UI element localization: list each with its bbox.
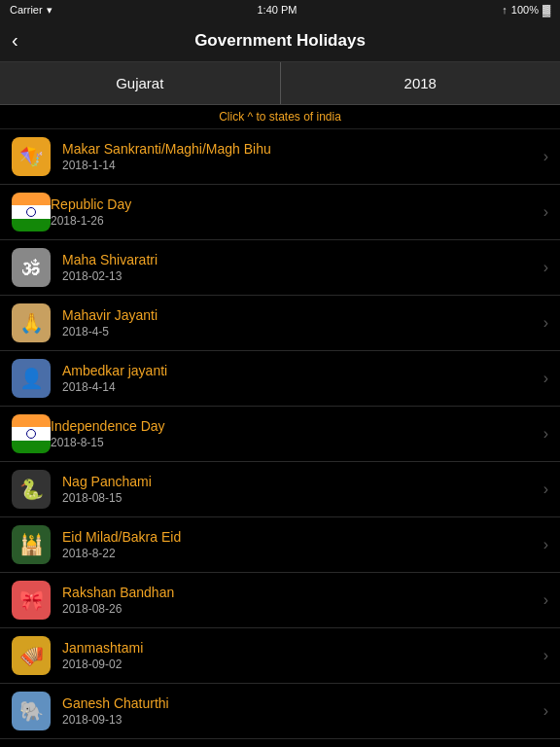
holiday-info: Mahavir Jayanti 2018-4-5 (62, 307, 536, 338)
holiday-info: Rakshan Bandhan 2018-08-26 (62, 585, 536, 616)
tab-year[interactable]: 2018 (281, 62, 561, 104)
holiday-date: 2018-8-15 (51, 436, 536, 449)
nav-bar: ‹ Government Holidays (0, 19, 560, 62)
ambedkar-icon: 👤 (12, 359, 51, 398)
chevron-right-icon: › (543, 370, 548, 387)
holiday-info: Ambedkar jayanti 2018-4-14 (62, 363, 536, 394)
list-item[interactable]: 🎀 Rakshan Bandhan 2018-08-26 › (0, 573, 560, 628)
holiday-name: Ganesh Chaturthi (62, 695, 536, 711)
holiday-date: 2018-08-15 (62, 491, 536, 505)
list-item[interactable]: ☪ Muharram 2018-9-20 › (0, 739, 560, 744)
holiday-name: Independence Day (51, 418, 536, 434)
holiday-date: 2018-09-13 (62, 713, 536, 727)
holiday-date: 2018-02-13 (62, 269, 536, 283)
mahavir-icon: 🙏 (12, 303, 51, 342)
eid-icon: 🕌 (12, 525, 51, 564)
flag-icon (12, 414, 51, 453)
holiday-date: 2018-1-26 (51, 214, 536, 228)
tab-bar: Gujarat 2018 (0, 62, 560, 105)
status-bar: Carrier ▾ 1:40 PM ↑ 100% ▓ (0, 0, 560, 19)
holiday-name: Nag Panchami (62, 474, 536, 489)
holiday-date: 2018-4-14 (62, 380, 536, 394)
makar-icon: 🪁 (12, 137, 51, 176)
holiday-name: Janmashtami (62, 640, 536, 656)
holiday-name: Mahavir Jayanti (62, 307, 536, 323)
holiday-info: Independence Day 2018-8-15 (51, 418, 536, 449)
chevron-right-icon: › (543, 259, 548, 276)
holiday-list: 🪁 Makar Sankranti/Maghi/Magh Bihu 2018-1… (0, 129, 560, 744)
holiday-date: 2018-08-26 (62, 602, 536, 616)
holiday-name: Republic Day (51, 196, 536, 212)
nag-icon: 🐍 (12, 470, 51, 509)
holiday-name: Eid Milad/Bakra Eid (62, 529, 536, 545)
chevron-right-icon: › (543, 647, 548, 664)
holiday-name: Ambedkar jayanti (62, 363, 536, 378)
wifi-icon: ▾ (47, 4, 52, 17)
page-title: Government Holidays (194, 31, 366, 51)
holiday-info: Janmashtami 2018-09-02 (62, 640, 536, 671)
list-item[interactable]: 🕌 Eid Milad/Bakra Eid 2018-8-22 › (0, 517, 560, 573)
tab-state[interactable]: Gujarat (0, 62, 281, 104)
holiday-date: 2018-8-22 (62, 547, 536, 560)
holiday-info: Makar Sankranti/Maghi/Magh Bihu 2018-1-1… (62, 141, 536, 172)
list-item[interactable]: 🪗 Janmashtami 2018-09-02 › (0, 628, 560, 684)
chevron-right-icon: › (543, 536, 548, 553)
list-item[interactable]: 👤 Ambedkar jayanti 2018-4-14 › (0, 351, 560, 407)
chevron-right-icon: › (543, 702, 548, 720)
list-item[interactable]: 🕉 Maha Shivaratri 2018-02-13 › (0, 240, 560, 296)
signal-icon: ↑ (502, 4, 508, 16)
holiday-date: 2018-4-5 (62, 325, 536, 338)
list-item[interactable]: 🙏 Mahavir Jayanti 2018-4-5 › (0, 296, 560, 351)
holiday-info: Eid Milad/Bakra Eid 2018-8-22 (62, 529, 536, 560)
chevron-right-icon: › (543, 480, 548, 498)
ganesh-icon: 🐘 (12, 692, 51, 730)
list-item[interactable]: Independence Day 2018-8-15 › (0, 407, 560, 462)
battery-label: 100% (511, 4, 539, 16)
holiday-date: 2018-1-14 (62, 159, 536, 172)
chevron-right-icon: › (543, 591, 548, 609)
carrier-label: Carrier (10, 4, 43, 16)
shiva-icon: 🕉 (12, 248, 51, 287)
battery-icon: ▓ (542, 4, 550, 16)
chevron-right-icon: › (543, 203, 548, 221)
status-right: ↑ 100% ▓ (502, 4, 550, 16)
info-banner: Click ^ to states of india (0, 105, 560, 129)
holiday-date: 2018-09-02 (62, 658, 536, 671)
holiday-name: Maha Shivaratri (62, 252, 536, 267)
back-button[interactable]: ‹ (12, 29, 18, 52)
flag-icon (12, 193, 51, 231)
list-item[interactable]: 🐍 Nag Panchami 2018-08-15 › (0, 462, 560, 517)
holiday-info: Ganesh Chaturthi 2018-09-13 (62, 695, 536, 727)
list-item[interactable]: 🪁 Makar Sankranti/Maghi/Magh Bihu 2018-1… (0, 129, 560, 185)
list-item[interactable]: Republic Day 2018-1-26 › (0, 185, 560, 240)
chevron-right-icon: › (543, 314, 548, 332)
chevron-right-icon: › (543, 148, 548, 165)
holiday-name: Rakshan Bandhan (62, 585, 536, 600)
raksha-icon: 🎀 (12, 581, 51, 620)
list-item[interactable]: 🐘 Ganesh Chaturthi 2018-09-13 › (0, 684, 560, 739)
status-time: 1:40 PM (257, 4, 297, 16)
holiday-info: Maha Shivaratri 2018-02-13 (62, 252, 536, 283)
holiday-name: Makar Sankranti/Maghi/Magh Bihu (62, 141, 536, 157)
holiday-info: Nag Panchami 2018-08-15 (62, 474, 536, 505)
chevron-right-icon: › (543, 425, 548, 443)
status-carrier: Carrier ▾ (10, 4, 52, 17)
holiday-info: Republic Day 2018-1-26 (51, 196, 536, 228)
janma-icon: 🪗 (12, 636, 51, 675)
